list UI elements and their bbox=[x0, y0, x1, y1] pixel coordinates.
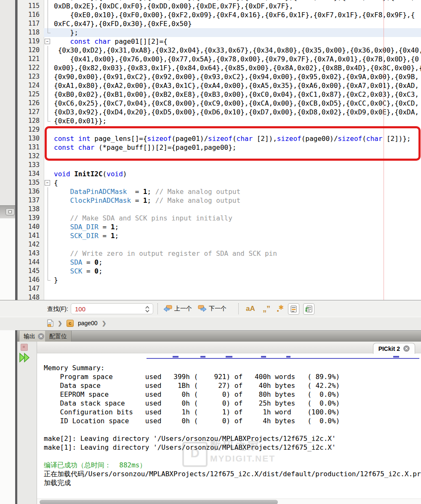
line-number[interactable]: 125 bbox=[18, 90, 44, 99]
fold-toggle-icon[interactable] bbox=[44, 37, 53, 46]
line-number[interactable]: 127 bbox=[18, 108, 44, 117]
highlight-results-toggle[interactable] bbox=[288, 303, 299, 315]
line-number[interactable]: 124 bbox=[18, 81, 44, 90]
line-number[interactable]: 122 bbox=[18, 64, 44, 72]
fold-marker bbox=[44, 293, 53, 300]
code-line[interactable]: 119 const char page01[][2]={ bbox=[18, 37, 421, 46]
watermark-logo: D bbox=[182, 442, 208, 467]
line-number[interactable]: 120 bbox=[18, 46, 44, 55]
line-number[interactable]: 147 bbox=[18, 284, 44, 293]
find-next-button[interactable]: 下一个 bbox=[198, 303, 226, 315]
code-line[interactable]: 121 {0x41,0x00},{0x76,0x00},{0x77,0x5A},… bbox=[18, 55, 421, 64]
line-number[interactable]: 118 bbox=[18, 28, 44, 37]
line-number[interactable]: 145 bbox=[18, 267, 44, 276]
fold-marker bbox=[44, 11, 53, 19]
line-number[interactable]: 139 bbox=[18, 214, 44, 223]
code-line[interactable]: 144 SDA = 0; bbox=[18, 258, 421, 267]
line-number[interactable]: 143 bbox=[18, 249, 44, 258]
code-line[interactable]: 1150xDB,0x2E},{0xDC,0xF0},{0xDD,0x00},{0… bbox=[18, 2, 421, 11]
line-number[interactable]: 126 bbox=[18, 99, 44, 108]
code-line[interactable]: 140 SDA_DIR = 1; bbox=[18, 223, 421, 231]
code-line[interactable]: 136 DataPinADCMask = 1; // Make analog o… bbox=[18, 187, 421, 196]
breadcrumb-item[interactable]: page00 bbox=[78, 320, 98, 326]
code-line[interactable]: 123{0x90,0x00},{0x91,0xC2},{0x92,0x00},{… bbox=[18, 72, 421, 81]
mplabx-window: 1140xC8,0x00},{0xC9,0x64},{0xCA,0x00},{0… bbox=[0, 0, 421, 504]
line-number[interactable]: 119 bbox=[18, 37, 44, 46]
line-number[interactable]: 129 bbox=[18, 125, 44, 134]
regexp-button[interactable]: ✱ bbox=[276, 303, 284, 315]
code-line[interactable]: 141 SCK_DIR = 1; bbox=[18, 231, 421, 240]
code-line[interactable]: 138 bbox=[18, 205, 421, 214]
line-number[interactable]: 146 bbox=[18, 276, 44, 284]
find-previous-button[interactable]: 上一个 bbox=[163, 303, 192, 315]
tab-close-icon[interactable]: ✕ bbox=[403, 345, 410, 352]
search-input[interactable]: 100 bbox=[71, 303, 153, 314]
output-console[interactable]: PICkit 2 ✕ Memory Summary: Program space… bbox=[37, 342, 421, 504]
line-number[interactable]: 142 bbox=[18, 240, 44, 249]
code-line[interactable]: 147 bbox=[18, 284, 421, 293]
highlight-results-icon bbox=[290, 305, 297, 313]
line-number[interactable]: 117 bbox=[18, 19, 44, 28]
code-line[interactable]: 120 {0x30,0xD2},{0x31,0xA8},{0x32,0x04},… bbox=[18, 46, 421, 55]
code-line[interactable]: 146} bbox=[18, 276, 421, 284]
line-number[interactable]: 116 bbox=[18, 11, 44, 19]
code-text: {0xE0,0x01}}; bbox=[53, 117, 107, 125]
fold-toggle-icon[interactable] bbox=[44, 178, 53, 187]
line-number[interactable]: 121 bbox=[18, 55, 44, 64]
line-number[interactable]: 132 bbox=[18, 152, 44, 161]
rerun-button[interactable] bbox=[19, 353, 31, 363]
breadcrumb-chevron-icon[interactable]: ❯ bbox=[102, 320, 107, 326]
code-line[interactable]: 127{0xD3,0x92},{0xD4,0x20},{0xD5,0x00},{… bbox=[18, 108, 421, 117]
code-line[interactable]: 137 ClockPinADCMask = 1; // Make analog … bbox=[18, 196, 421, 205]
code-line[interactable]: 148 bbox=[18, 293, 421, 300]
code-line[interactable]: 128{0xE0,0x01}}; bbox=[18, 117, 421, 125]
combo-spinner-icon[interactable] bbox=[145, 306, 149, 313]
line-number[interactable]: 135 bbox=[18, 178, 44, 187]
code-line[interactable]: 116 {0xE0,0x10},{0xF0,0x00},{0xF2,0x09},… bbox=[18, 11, 421, 19]
minimized-panel-button[interactable] bbox=[5, 208, 15, 215]
code-text: 0xFC,0x47},{0xFD,0x30},{0xFE,0x50} bbox=[53, 19, 192, 28]
line-number[interactable]: 148 bbox=[18, 293, 44, 300]
code-line[interactable]: 134void InitI2C(void) bbox=[18, 170, 421, 178]
code-line[interactable]: 142 bbox=[18, 240, 421, 249]
line-number[interactable]: 115 bbox=[18, 2, 44, 11]
tab-pickit2[interactable]: PICkit 2 ✕ bbox=[373, 343, 415, 354]
code-line[interactable]: 124{0xA1,0x80},{0xA2,0x00},{0xA3,0x1C},{… bbox=[18, 81, 421, 90]
line-number[interactable]: 131 bbox=[18, 143, 44, 152]
output-tab-bar: 输出 ✕ 配置位 bbox=[17, 330, 421, 342]
code-line[interactable]: 118 }; bbox=[18, 28, 421, 37]
code-line[interactable]: 126{0xC6,0x25},{0xC7,0x04},{0xC8,0x00},{… bbox=[18, 99, 421, 108]
code-line[interactable]: 139 // Make SDA and SCK pins input initi… bbox=[18, 214, 421, 223]
horizontal-scrollbar[interactable] bbox=[37, 499, 421, 504]
wrap-search-toggle[interactable] bbox=[303, 303, 314, 315]
line-number[interactable]: 136 bbox=[18, 187, 44, 196]
code-text: {0x30,0xD2},{0x31,0xA8},{0x32,0x04},{0x3… bbox=[53, 46, 421, 55]
line-number[interactable]: 130 bbox=[18, 134, 44, 143]
scrollbar-thumb[interactable] bbox=[40, 500, 278, 504]
code-line[interactable]: 143 // Write zero in output register of … bbox=[18, 249, 421, 258]
breadcrumb-chevron-icon: ❯ bbox=[58, 320, 62, 326]
whole-words-button[interactable]: „” bbox=[263, 303, 270, 315]
line-number[interactable]: 137 bbox=[18, 196, 44, 205]
tab-config-bits[interactable]: 配置位 bbox=[45, 331, 72, 342]
tab-output[interactable]: 输出 ✕ bbox=[19, 331, 49, 342]
code-line[interactable]: 1170xFC,0x47},{0xFD,0x30},{0xFE,0x50} bbox=[18, 19, 421, 28]
line-number[interactable]: 141 bbox=[18, 231, 44, 240]
stop-button[interactable] bbox=[21, 344, 28, 351]
tab-close-icon[interactable]: ✕ bbox=[38, 333, 44, 340]
fold-marker bbox=[44, 267, 53, 276]
code-line[interactable]: 135{ bbox=[18, 178, 421, 187]
line-number[interactable]: 134 bbox=[18, 170, 44, 178]
code-line[interactable]: 145 SCK = 0; bbox=[18, 267, 421, 276]
line-number[interactable]: 144 bbox=[18, 258, 44, 267]
source-file-icon[interactable] bbox=[47, 319, 53, 327]
line-number[interactable]: 123 bbox=[18, 72, 44, 81]
line-number[interactable]: 128 bbox=[18, 117, 44, 125]
code-line[interactable]: 1220x00},{0x82,0x03},{0x83,0x1F},{0x84,0… bbox=[18, 64, 421, 72]
code-line[interactable]: 125{0xB0,0x02},{0xB1,0x00},{0xB2,0xE8},{… bbox=[18, 90, 421, 99]
match-case-button[interactable]: aA bbox=[246, 303, 255, 315]
code-line[interactable]: 133 bbox=[18, 161, 421, 170]
line-number[interactable]: 140 bbox=[18, 223, 44, 231]
line-number[interactable]: 138 bbox=[18, 205, 44, 214]
line-number[interactable]: 133 bbox=[18, 161, 44, 170]
